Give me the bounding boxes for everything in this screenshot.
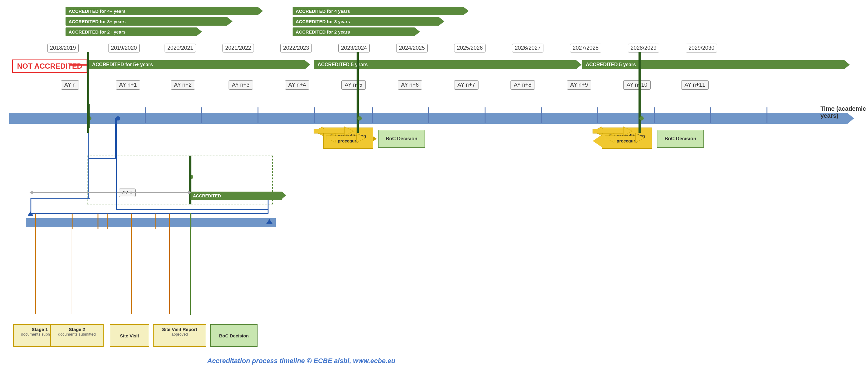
svg-rect-10 <box>605 136 636 140</box>
yellow-arrows-left-svg <box>311 120 387 145</box>
year-2028-2029: 2028/2029 <box>628 43 659 53</box>
orange-tick-4 <box>131 213 132 229</box>
orange-tick-6 <box>169 213 170 229</box>
accredited-4plus-label: ACCREDITED for 4+ years <box>65 8 126 14</box>
ay-n5: AY n+5 <box>341 80 366 90</box>
green-tick-bottom <box>190 213 191 229</box>
accredited-5yr-label2: ACCREDITED 5 years <box>582 62 636 67</box>
accredited-5plus-bar: ACCREDITED for 5+ years <box>88 60 305 69</box>
accredited-5plus-label: ACCREDITED for 5+ years <box>88 62 153 67</box>
year-2021-2022: 2021/2022 <box>222 43 254 53</box>
blue-h-line-bottom <box>30 213 268 214</box>
tick-4 <box>257 107 258 123</box>
accredited-2plus-label: ACCREDITED for 2+ years <box>65 29 126 34</box>
accredited-2yr-label: ACCREDITED for 2 years <box>292 29 350 34</box>
time-label: Time (academic years) <box>820 105 868 119</box>
ay-n9: AY n+9 <box>567 80 591 90</box>
orange-v-stage2 <box>72 229 72 314</box>
yellow-arrows-right-svg <box>590 120 666 145</box>
svg-rect-1 <box>314 129 344 133</box>
red-arrow <box>70 64 88 66</box>
orange-v-svreport <box>169 229 170 314</box>
copyright-text: Accreditation process timeline © ECBE ai… <box>207 357 395 365</box>
accredited-4yr-arrow: ACCREDITED for 4 years <box>292 7 463 15</box>
accredited-5yr-label1: ACCREDITED 5 years <box>314 62 368 67</box>
accredited-4plus-arrow: ACCREDITED for 4+ years <box>65 7 257 15</box>
svg-marker-13 <box>267 219 273 224</box>
year-2023-2024: 2023/2024 <box>338 43 370 53</box>
accredited-2plus-arrow: ACCREDITED for 2+ years <box>65 27 196 36</box>
tick-8 <box>485 107 486 123</box>
svg-marker-11 <box>636 133 645 143</box>
blue-arrow-down-right <box>267 219 273 227</box>
stage2-title: Stage 2 <box>53 327 100 332</box>
ay-n4: AY n+4 <box>285 80 309 90</box>
stage2-box: Stage 2 documents submitted <box>50 324 104 347</box>
accredited-5yr-bar1: ACCREDITED 5 years <box>314 60 576 69</box>
gray-dbl-arrow <box>32 192 189 193</box>
year-2029-2030: 2029/2030 <box>686 43 717 53</box>
orange-v-stage1 <box>35 229 36 314</box>
ay-n3: AY n+3 <box>228 80 253 90</box>
accredited-2yr-arrow: ACCREDITED for 2 years <box>292 27 414 36</box>
green-dot-n5 <box>358 116 362 120</box>
bottom-timeline-bar <box>26 218 276 227</box>
accredited-3plus-label: ACCREDITED for 3+ years <box>65 19 126 24</box>
accredited-5yr-bar2: ACCREDITED 5 years <box>582 60 844 69</box>
ay-n2: AY n+2 <box>171 80 195 90</box>
year-2026-2027: 2026/2027 <box>512 43 544 53</box>
year-2024-2025: 2024/2025 <box>396 43 428 53</box>
svg-marker-2 <box>344 126 353 136</box>
boc-bottom-label: BoC Decision <box>219 333 249 338</box>
year-2025-2026: 2025/2026 <box>454 43 486 53</box>
tick-2 <box>145 107 146 123</box>
svg-marker-12 <box>27 211 33 216</box>
not-accredited-box: NOT ACCREDITED <box>12 59 87 73</box>
year-2018-2019: 2018/2019 <box>47 43 79 53</box>
orange-tick-2 <box>72 213 72 229</box>
green-v-boc <box>190 229 191 315</box>
orange-tick-1 <box>35 213 36 229</box>
blue-connect-v <box>116 118 117 210</box>
svg-marker-5 <box>356 133 366 143</box>
accredited-inner-arrow: ACCREDITED <box>190 192 282 200</box>
accredited-3yr-label: ACCREDITED for 3 years <box>292 19 350 24</box>
year-2019-2020: 2019/2020 <box>108 43 140 53</box>
ay-n10: AY n+10 <box>623 80 651 90</box>
ay-n8: AY n+8 <box>510 80 535 90</box>
svg-rect-7 <box>593 129 623 133</box>
blue-h-line-1 <box>30 198 90 199</box>
ay-n1: AY n+1 <box>116 80 140 90</box>
ay-n: AY n <box>61 80 79 90</box>
svg-marker-8 <box>623 126 632 136</box>
tick-7 <box>428 107 429 123</box>
orange-tick-3 <box>97 213 98 229</box>
year-2020-2021: 2020/2021 <box>164 43 196 53</box>
svg-rect-4 <box>326 136 356 140</box>
accredited-4yr-label: ACCREDITED for 4 years <box>292 8 350 14</box>
tick-3 <box>201 107 202 123</box>
tick-12 <box>710 107 711 123</box>
svreport-box: Site Visit Report approved <box>153 324 206 347</box>
orange-tick-extra <box>107 213 107 229</box>
stage2-sub: documents submitted <box>58 332 96 337</box>
year-2022-2023: 2022/2023 <box>280 43 312 53</box>
ay-n11: AY n+11 <box>681 80 709 90</box>
blue-arrow-down <box>27 211 33 219</box>
svreport-sub: approved <box>171 332 188 337</box>
boc-bottom-box: BoC Decision <box>210 324 257 347</box>
orange-tick-5 <box>155 213 156 229</box>
ay-n7: AY n+7 <box>454 80 478 90</box>
green-dot-n10 <box>640 116 644 120</box>
main-vertical-green-bar <box>87 52 89 133</box>
accredited-3plus-arrow: ACCREDITED for 3+ years <box>65 17 227 26</box>
orange-v-sitevisit <box>131 229 132 314</box>
site-visit-box: Site Visit <box>110 324 149 347</box>
ay-n6: AY n+6 <box>398 80 422 90</box>
accredited-3yr-arrow: ACCREDITED for 3 years <box>292 17 439 26</box>
blue-connect-h <box>116 209 268 210</box>
tick-13 <box>767 107 768 123</box>
year-2027-2028: 2027/2028 <box>570 43 601 53</box>
svreport-title: Site Visit Report <box>156 327 203 332</box>
site-visit-title: Site Visit <box>120 333 139 338</box>
